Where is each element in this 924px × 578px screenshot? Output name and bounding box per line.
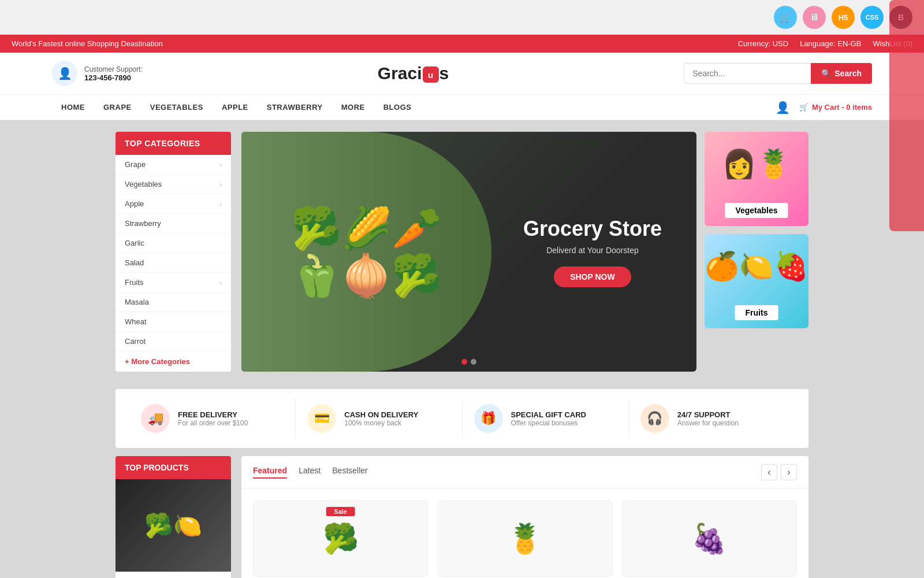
banner-vegetables-image: 👩🍍 <box>705 132 808 180</box>
top-bar: World's Fastest online Shopping Deastina… <box>0 35 924 53</box>
nav: HOME GRAPE VEGETABLES APPLE STRAWBERRY M… <box>0 95 924 120</box>
tab-latest[interactable]: Latest <box>299 466 321 479</box>
side-banners: 👩🍍 Vegetables 🍊🍋🍓 Fruits <box>705 132 808 372</box>
sidebar-item-label: Grape <box>125 160 146 169</box>
prev-tab-button[interactable]: ‹ <box>761 464 777 480</box>
top-bar-right: Currency: USD Language: EN-GB WishList (… <box>738 39 912 48</box>
shop-now-button[interactable]: SHOP NOW <box>554 266 631 287</box>
hero-food-image: 🥦🌽🥕🫑🧅🥦 <box>241 132 491 372</box>
promo-text: World's Fastest online Shopping Deastina… <box>12 39 163 48</box>
sidebar-item-grape[interactable]: Grape › <box>116 155 231 175</box>
sale-badge-1: Sale <box>326 507 355 516</box>
feature-subtitle: Answer for question <box>677 419 739 427</box>
chevron-right-icon: › <box>219 201 222 208</box>
sidebar: TOP CATEGORIES Grape › Vegetables › Appl… <box>116 132 231 372</box>
hero-dots <box>461 359 476 365</box>
banner-vegetables-label: Vegetables <box>725 203 788 218</box>
support-icon-circle: 🎧 <box>640 404 669 433</box>
sidebar-item-wheat[interactable]: Wheat <box>116 312 231 332</box>
nav-more[interactable]: MORE <box>332 95 374 120</box>
banner-fruits[interactable]: 🍊🍋🍓 Fruits <box>705 234 808 328</box>
product-card-3[interactable]: 🍇 <box>622 501 797 577</box>
nav-home[interactable]: HOME <box>52 95 94 120</box>
hero-slider: 🥦🌽🥕🫑🧅🥦 Grocery Store Deliverd at Your Do… <box>241 132 696 372</box>
feature-title: FREE DELIVERY <box>178 410 248 419</box>
cart-label: My Cart - 0 items <box>812 103 872 112</box>
sidebar-item-masala[interactable]: Masala <box>116 292 231 312</box>
hero-dot-1[interactable] <box>461 359 467 365</box>
hero-text: Grocery Store Deliverd at Your Doorstep … <box>523 217 662 287</box>
tab-nav: ‹ › <box>761 464 797 480</box>
sidebar-item-fruits[interactable]: Fruits › <box>116 273 231 292</box>
product-card-2[interactable]: 🍍 <box>437 501 612 577</box>
header-left: 👤 Customer Support: 123-456-7890 <box>52 61 143 86</box>
chevron-right-icon: › <box>219 181 222 188</box>
sidebar-item-label: Masala <box>125 298 149 306</box>
search-input[interactable] <box>684 63 811 84</box>
more-categories-link[interactable]: + More Categories <box>116 351 231 372</box>
tab-featured[interactable]: Featured <box>253 466 287 479</box>
nav-vegetables[interactable]: VEGETABLES <box>141 95 213 120</box>
gift-card-icon: 🎁 <box>474 404 503 433</box>
sidebar-item-label: Vegetables <box>125 180 162 188</box>
sidebar-item-salad[interactable]: Salad <box>116 253 231 273</box>
feature-cash-delivery: 💳 CASH ON DELIVERY 100% money back <box>296 398 462 439</box>
sidebar-item-strawberry[interactable]: Strawberry <box>116 214 231 234</box>
feature-cash-text: CASH ON DELIVERY 100% money back <box>344 410 418 427</box>
tab-bestseller[interactable]: Bestseller <box>332 466 367 479</box>
sidebar-item-vegetables[interactable]: Vegetables › <box>116 175 231 194</box>
feature-gift-card: 🎁 SPECIAL GIFT CARD Offer special bonuse… <box>463 398 629 439</box>
product-image-2: 🍍 <box>438 501 612 576</box>
support-text: Customer Support: 123-456-7890 <box>84 65 143 82</box>
products-header: Featured Latest Bestseller ‹ › <box>241 456 808 489</box>
feature-gift-text: SPECIAL GIFT CARD Offer special bonuses <box>511 410 587 427</box>
hero-title: Grocery Store <box>523 217 662 241</box>
products-grid: Sale 🥦 🍍 🍇 <box>241 489 808 578</box>
nav-apple[interactable]: APPLE <box>213 95 258 120</box>
cart-icon: 🛒 <box>799 103 808 112</box>
free-delivery-icon: 🚚 <box>141 404 170 433</box>
feature-free-delivery: 🚚 FREE DELIVERY For all order over $100 <box>129 398 296 439</box>
center-logo[interactable]: Gracius <box>378 64 449 83</box>
hero-area: 🥦🌽🥕🫑🧅🥦 Grocery Store Deliverd at Your Do… <box>241 132 808 372</box>
feature-title: CASH ON DELIVERY <box>344 410 418 419</box>
account-icon[interactable]: 👤 <box>776 101 790 114</box>
banner-fruits-image: 🍊🍋🍓 <box>705 234 808 283</box>
features-strip: 🚚 FREE DELIVERY For all order over $100 … <box>116 389 808 448</box>
icons-bar: 🛒 🖥 H5 CSS B <box>0 0 924 35</box>
hero-subtitle: Deliverd at Your Doorstep <box>523 246 662 255</box>
sidebar-item-carrot[interactable]: Carrot <box>116 332 231 351</box>
sidebar-item-garlic[interactable]: Garlic <box>116 234 231 253</box>
search-bar: 🔍 Search <box>684 63 872 84</box>
product-card-1[interactable]: Sale 🥦 <box>253 501 428 577</box>
feature-support: 🎧 24/7 SUPPORT Answer for question <box>629 398 795 439</box>
h5-icon-circle[interactable]: H5 <box>832 6 855 29</box>
css-icon-circle[interactable]: CSS <box>860 6 884 29</box>
currency-selector[interactable]: Currency: USD <box>738 39 788 48</box>
products-sidebar: TOP PRODUCTS 🥦🍋 <box>116 456 231 578</box>
nav-strawberry[interactable]: STRAWBERRY <box>258 95 332 120</box>
product-sidebar-thumb: 🥦🍋 <box>116 479 231 572</box>
sidebar-item-label: Garlic <box>125 239 144 247</box>
monitor-icon-circle[interactable]: 🖥 <box>803 6 826 29</box>
sidebar-item-apple[interactable]: Apple › <box>116 194 231 214</box>
search-button[interactable]: 🔍 Search <box>811 63 872 84</box>
nav-right: 👤 🛒 My Cart - 0 items <box>776 101 872 114</box>
language-selector[interactable]: Language: EN-GB <box>800 39 861 48</box>
next-tab-button[interactable]: › <box>781 464 797 480</box>
sidebar-item-label: Apple <box>125 199 144 208</box>
banner-vegetables[interactable]: 👩🍍 Vegetables <box>705 132 808 226</box>
feature-subtitle: For all order over $100 <box>178 419 248 427</box>
products-tabs: Featured Latest Bestseller <box>253 466 368 479</box>
products-sidebar-title: TOP PRODUCTS <box>116 456 231 479</box>
side-decoration-right <box>889 0 924 231</box>
nav-grape[interactable]: GRAPE <box>94 95 141 120</box>
support-icon: 👤 <box>52 61 77 86</box>
cart-button[interactable]: 🛒 My Cart - 0 items <box>799 103 872 112</box>
sidebar-item-label: Salad <box>125 258 144 267</box>
cash-delivery-icon: 💳 <box>307 404 336 433</box>
nav-blogs[interactable]: BLOGS <box>374 95 421 120</box>
hero-dot-2[interactable] <box>471 359 476 365</box>
nav-links: HOME GRAPE VEGETABLES APPLE STRAWBERRY M… <box>52 95 420 120</box>
cart-icon-circle[interactable]: 🛒 <box>774 6 797 29</box>
